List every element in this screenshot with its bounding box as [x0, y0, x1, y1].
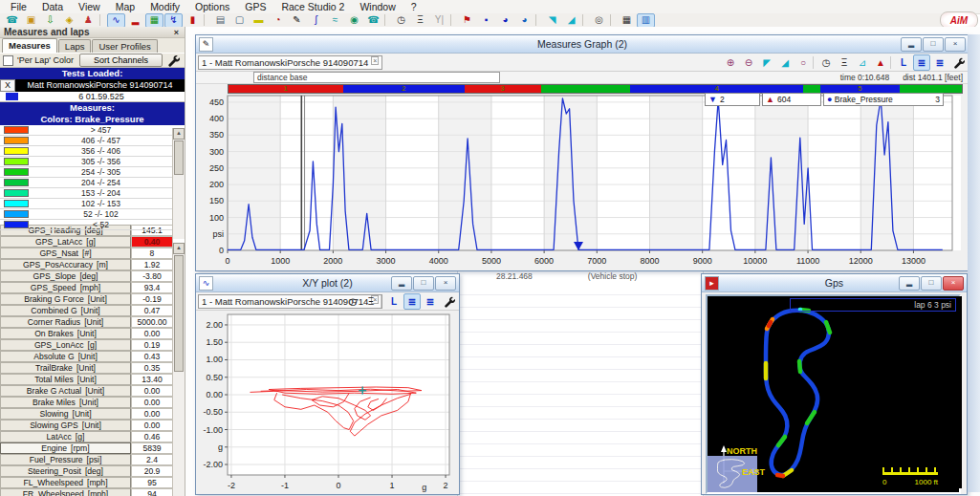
histogram-icon[interactable]: ▂ [126, 13, 144, 28]
minimize-button[interactable]: ▂ [391, 276, 412, 291]
color-scale-row[interactable]: 406 -/- 457 [0, 136, 173, 146]
measure-row[interactable]: Slowing[Unit]0.00 [0, 408, 173, 420]
measure-label[interactable]: LatAcc[g] [0, 431, 131, 442]
measures-scrollbar[interactable]: ▲ [172, 243, 185, 496]
restore-button[interactable]: □ [921, 276, 942, 291]
measure-row[interactable]: Absolute G[Unit]0.43 [0, 351, 173, 362]
panel-title-bar[interactable]: Measures and laps × [0, 27, 185, 38]
measure-row[interactable]: GPS_Nsat[#]8 [0, 248, 173, 259]
bar-chart-icon[interactable]: ▮ [184, 13, 202, 28]
phone-download-icon[interactable]: ☎ [3, 13, 21, 28]
measure-row[interactable]: FL_Wheelspeed[mph]95 [0, 477, 173, 488]
zoom-next-icon[interactable]: ◢ [776, 54, 794, 71]
measure-label[interactable]: Absolute G[Unit] [0, 351, 131, 362]
phone-icon[interactable]: ☎ [364, 13, 382, 28]
measure-label[interactable]: Combined G[Unit] [0, 305, 131, 316]
layout-multi-icon[interactable]: ≣ [422, 293, 439, 310]
measure-label[interactable]: Corner Radius[Unit] [0, 316, 131, 328]
measure-label[interactable]: Brake Miles[Unit] [0, 397, 131, 408]
graph-settings-wrench-icon[interactable] [440, 293, 457, 310]
restore-button[interactable]: □ [923, 37, 944, 52]
measure-row[interactable]: GPS_LonAcc[g]0.19 [0, 339, 173, 351]
lap-markers2-icon[interactable]: ◕ [515, 13, 534, 28]
split-down-icon[interactable]: ◢ [562, 13, 580, 28]
color-scale-row[interactable]: 52 -/- 102 [0, 209, 173, 220]
legend-min-box[interactable]: ▼ 2 [705, 93, 760, 106]
measure-label[interactable]: Braking G Force[Unit] [0, 293, 131, 305]
lap-segment[interactable] [900, 85, 962, 93]
color-scale-row[interactable]: 102 -/- 153 [0, 199, 173, 209]
measure-row[interactable]: TrailBrake[Unit]0.35 [0, 362, 173, 374]
measure-label[interactable]: GPS_Slope[deg] [0, 270, 131, 282]
layout-multi-icon[interactable]: ≣ [931, 54, 948, 71]
measure-label[interactable]: Engine[rpm] [0, 442, 131, 454]
menu-modify[interactable]: Modify [143, 1, 186, 12]
distance-base-icon[interactable]: Ξ [836, 54, 853, 71]
gg-plot[interactable]: 2.001.501.000.500.00-0.50-1.00g-2.00-2-1… [196, 311, 455, 494]
measure-row[interactable]: Engine[rpm]5839 [0, 442, 173, 454]
split-up-icon[interactable]: ◥ [543, 13, 561, 28]
zoom-out-icon[interactable]: ⊖ [740, 54, 757, 71]
measure-row[interactable]: Slowing GPS[Unit]0.00 [0, 420, 173, 431]
lap-segment-3[interactable]: 3 [465, 85, 541, 93]
graph-settings-wrench-icon[interactable] [949, 54, 967, 71]
measure-row[interactable]: GPS_PosAccuracy[m]1.92 [0, 259, 173, 270]
measure-row[interactable]: LatAcc[g]0.46 [0, 431, 173, 442]
measure-label[interactable]: GPS_Speed[mph] [0, 282, 131, 293]
measure-row[interactable]: GPS_Slope[deg]-3.80 [0, 270, 173, 282]
measure-label[interactable]: Steering_Posit[deg] [0, 465, 131, 477]
lap-row[interactable]: 6 01.59.525 [0, 92, 185, 102]
measure-label[interactable]: Total Miles[Unit] [0, 374, 131, 385]
lap-markers-icon[interactable]: ◕ [496, 13, 514, 28]
measure-row[interactable]: Brake Miles[Unit]0.00 [0, 397, 173, 408]
measure-row[interactable]: Combined G[Unit]0.47 [0, 305, 173, 316]
time-base-icon[interactable]: ◷ [344, 293, 361, 310]
line-graph-icon[interactable]: ∿ [107, 13, 125, 28]
delta-icon[interactable]: ▲ [872, 54, 889, 71]
menu-data[interactable]: Data [35, 1, 70, 12]
color-scale-row[interactable]: 254 -/- 305 [0, 167, 173, 178]
measure-label[interactable]: Fuel_Pressure[psi] [0, 454, 131, 465]
scrollbar-thumb[interactable] [174, 140, 184, 175]
tab-measures[interactable]: Measures [2, 38, 57, 53]
color-scale-scrollbar[interactable]: ▲ [172, 128, 185, 239]
layout-split-icon[interactable]: ≣ [403, 293, 421, 310]
menu--[interactable]: ? [404, 1, 424, 12]
close-button[interactable]: × [943, 276, 964, 291]
color-columns-icon[interactable]: ▥ [637, 13, 655, 28]
close-button[interactable]: × [945, 37, 966, 52]
measure-label[interactable]: GPS_PosAccuracy[m] [0, 259, 131, 270]
measure-row[interactable]: Fuel_Pressure[psi]2.4 [0, 454, 173, 465]
test-tab[interactable]: 1 - Matt RomanowskiPorsche 914090714 × [198, 55, 382, 70]
distance-base-icon[interactable]: Ξ [362, 293, 380, 310]
show-laps-icon[interactable]: ⊿ [854, 54, 871, 71]
driver-icon[interactable]: ♟ [79, 13, 98, 28]
menu-options[interactable]: Options [188, 1, 236, 12]
color-scale-row[interactable]: 305 -/- 356 [0, 157, 173, 167]
minimize-button[interactable]: ▂ [899, 276, 920, 291]
measure-row[interactable]: GPS_LatAcc[g]0.40 [0, 236, 173, 248]
measure-label[interactable]: FR_Wheelspeed[mph] [0, 488, 131, 496]
gps-map-area[interactable]: lap 6 3 psi NORTH EAST 0 1000 ft [706, 294, 961, 494]
menu-map[interactable]: Map [109, 1, 142, 12]
measure-row[interactable]: FR_Wheelspeed[mph]94 [0, 488, 173, 496]
magnifier-icon[interactable]: ◎ [590, 13, 608, 28]
mdi-scrollbar[interactable] [968, 34, 980, 492]
lap-segment-2[interactable]: 2 [343, 85, 465, 93]
measure-row[interactable]: On Brakes[Unit]0.00 [0, 328, 173, 339]
time-base-icon[interactable]: ◷ [392, 13, 410, 28]
window-title-bar[interactable]: Measures Graph (2) ✎ ▂ □ × [196, 35, 969, 54]
zoom-previous-icon[interactable]: ◤ [758, 54, 775, 71]
grid-table-icon[interactable]: ▦ [618, 13, 636, 28]
sort-channels-button[interactable]: Sort Channels [79, 54, 163, 67]
tab-laps[interactable]: Laps [58, 39, 92, 53]
track-report-icon[interactable]: ▬ [250, 13, 268, 28]
xy-plot-icon[interactable]: ↯ [164, 13, 183, 28]
measure-label[interactable]: On Brakes[Unit] [0, 328, 131, 339]
per-lap-color-checkbox[interactable] [3, 55, 13, 66]
stopwatch-icon[interactable]: ◔ [269, 13, 287, 28]
menu-race-studio-2[interactable]: Race Studio 2 [274, 1, 351, 12]
window-title-bar[interactable]: Gps ▸ ▂ □ × [702, 274, 967, 292]
scroll-up-icon[interactable]: ▲ [173, 128, 185, 140]
scrollbar-thumb[interactable] [174, 255, 184, 372]
